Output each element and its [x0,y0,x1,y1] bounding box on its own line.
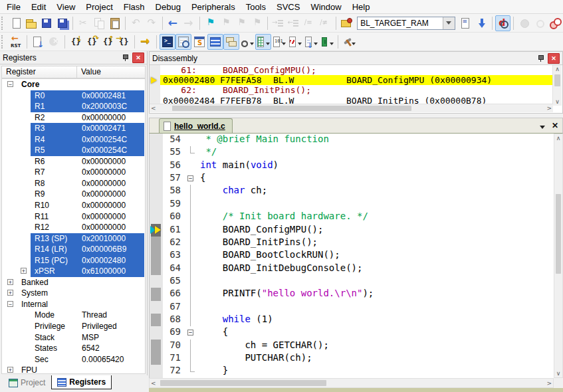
register-row-r1[interactable]: R10x2000003C [2,101,145,112]
disassembly-window-button[interactable] [175,34,191,50]
new-file-button[interactable] [8,15,23,31]
register-row-xpsr[interactable]: +xPSR0x61000000 [2,266,145,277]
collapse-icon[interactable]: − [7,301,13,307]
code-line-65[interactable]: 65 [150,275,562,288]
scroll-up-icon[interactable]: ∧ [554,134,562,142]
target-folder-button[interactable] [339,15,354,31]
register-row-sec[interactable]: Sec0.00065420 [2,354,145,365]
code-line-64[interactable]: 64 BOARD_InitDebugConsole(); [150,262,562,275]
code-line-56[interactable]: 56int main(void) [150,159,562,172]
scrollbar-thumb[interactable] [160,380,326,386]
scrollbar-thumb[interactable] [554,74,560,86]
disassembly-vertical-scrollbar[interactable]: ∧ ∨ [552,65,562,106]
code-line-71[interactable]: 71 PUTCHAR(ch); [150,352,562,365]
code-line-69[interactable]: 69− { [150,326,562,339]
code-editor[interactable]: 54 * @brief Main function55 */56int main… [149,134,563,378]
scroll-up-icon[interactable]: ∧ [553,65,562,73]
scroll-down-icon[interactable]: ∨ [553,98,562,106]
disassembly-horizontal-scrollbar[interactable]: < > [150,104,553,112]
menu-item-debug[interactable]: Debug [150,1,186,13]
run-to-cursor-button[interactable] [116,34,132,50]
trace-window-button[interactable] [303,34,319,50]
code-line-70[interactable]: 70 ch = GETCHAR(); [150,340,562,352]
memory-window-button[interactable] [255,34,271,50]
fold-collapse-icon[interactable]: − [187,330,193,336]
code-line-58[interactable]: 58 char ch; [150,185,562,197]
disassembly-content[interactable]: 61: BOARD_ConfigMPU();0x00002480F7FEFA58… [150,65,553,106]
disassembly-line[interactable]: 0x00002480F7FEFA58BL.WBOARD_ConfigMPU (0… [150,75,553,85]
scroll-left-icon[interactable]: < [151,379,156,387]
paste-button[interactable] [107,15,122,31]
toolbar-grip[interactable] [1,35,6,49]
editor-horizontal-scrollbar[interactable]: < > [149,378,554,388]
menu-item-view[interactable]: View [51,1,80,13]
register-row-fpu[interactable]: +FPU [2,365,145,374]
register-row-internal[interactable]: −Internal [2,299,145,310]
step-in-button[interactable] [68,34,84,50]
expand-icon[interactable]: + [7,279,13,285]
scroll-right-icon[interactable]: > [546,104,552,112]
serial-window-button[interactable] [271,34,287,50]
menu-item-peripherals[interactable]: Peripherals [186,1,241,13]
register-row-stack[interactable]: StackMSP [2,332,145,343]
menu-item-project[interactable]: Project [80,1,118,13]
code-line-57[interactable]: 57−{ [150,172,562,185]
register-row-r2[interactable]: R20x00000000 [2,112,145,124]
code-line-66[interactable]: 66 PRINTF("hello world.\r\n"); [150,288,562,300]
scrollbar-thumb[interactable] [556,194,561,274]
fold-collapse-icon[interactable]: − [187,175,193,181]
scroll-left-icon[interactable]: < [151,104,156,112]
register-row-privilege[interactable]: PrivilegePrivileged [2,321,145,332]
register-row-r13-sp-[interactable]: R13 (SP)0x20010000 [2,233,145,245]
analyzer-window-button[interactable] [287,34,303,50]
code-line-68[interactable]: 68 while (1) [150,314,562,326]
bookmark-button[interactable] [203,15,218,31]
debug-button[interactable] [495,15,510,31]
register-row-r8[interactable]: R80x00000000 [2,178,145,189]
register-row-r7[interactable]: R70x00000000 [2,167,145,178]
register-row-r9[interactable]: R90x00000000 [2,189,145,200]
save-button[interactable] [39,15,55,31]
register-row-r11[interactable]: R110x00000000 [2,211,145,223]
menu-item-help[interactable]: Help [347,1,376,13]
sysviewer-window-button[interactable] [319,34,335,50]
scroll-down-icon[interactable]: ∨ [554,369,562,377]
register-row-r4[interactable]: R40x0000254C [2,134,145,146]
target-select-dropdown-button[interactable] [443,17,455,29]
column-header-value[interactable]: Value [77,66,146,78]
register-row-banked[interactable]: +Banked [2,277,145,288]
menu-item-flash[interactable]: Flash [118,1,150,13]
code-line-55[interactable]: 55 */ [150,146,562,159]
download-button[interactable] [473,15,489,31]
menu-item-tools[interactable]: Tools [241,1,271,13]
toolbar-grip[interactable] [1,17,6,30]
register-row-system[interactable]: +System [2,288,145,299]
step-out-button[interactable] [100,34,116,50]
expand-icon[interactable]: + [7,290,13,296]
menu-item-svcs[interactable]: SVCS [271,1,305,13]
symbol-window-button[interactable] [191,34,207,50]
disassembly-line[interactable]: 62: BOARD_InitPins(); [150,85,553,95]
pin-icon[interactable] [537,54,544,62]
expand-icon[interactable]: + [21,268,27,274]
callstack-window-button[interactable] [223,34,239,50]
register-row-r14-lr-[interactable]: R14 (LR)0x000006B9 [2,244,145,255]
run-button[interactable] [30,34,46,50]
watch-window-button[interactable] [239,34,255,50]
register-row-states[interactable]: States6542 [2,343,145,354]
command-window-button[interactable] [160,34,175,50]
tab-list-chevron-down-icon[interactable] [540,126,545,132]
dock-tab-project[interactable]: Project [3,375,51,390]
menu-item-file[interactable]: File [1,1,26,13]
register-row-r10[interactable]: R100x00000000 [2,200,145,211]
close-icon[interactable]: ✕ [132,52,144,63]
back-button[interactable] [166,15,181,31]
close-icon[interactable]: ✕ [548,53,560,64]
step-over-button[interactable] [84,34,100,50]
register-row-mode[interactable]: ModeThread [2,310,145,321]
editor-vertical-scrollbar[interactable]: ∧ ∨ [554,134,563,378]
code-line-63[interactable]: 63 BOARD_BootClockRUN(); [150,249,562,262]
bp-kill-button[interactable] [548,15,563,31]
disassembly-line[interactable]: 61: BOARD_ConfigMPU(); [150,65,553,75]
register-row-r15-pc-[interactable]: R15 (PC)0x00002480 [2,255,145,266]
